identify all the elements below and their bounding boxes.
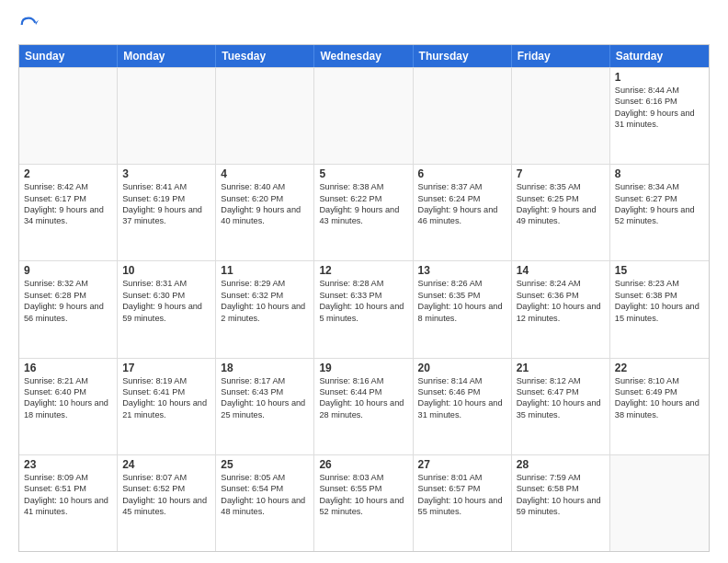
day-number: 2 bbox=[24, 167, 112, 180]
day-number: 19 bbox=[319, 362, 407, 374]
cal-cell bbox=[118, 68, 216, 164]
col-header-sunday: Sunday bbox=[19, 45, 118, 67]
cal-cell: 25Sunrise: 8:05 AM Sunset: 6:54 PM Dayli… bbox=[216, 455, 314, 551]
logo-icon bbox=[18, 15, 39, 35]
cal-cell: 20Sunrise: 8:14 AM Sunset: 6:46 PM Dayli… bbox=[414, 359, 512, 454]
cal-cell: 3Sunrise: 8:41 AM Sunset: 6:19 PM Daylig… bbox=[118, 165, 216, 260]
cal-cell bbox=[216, 68, 314, 164]
cell-info: Sunrise: 8:40 AM Sunset: 6:20 PM Dayligh… bbox=[221, 181, 309, 227]
cell-info: Sunrise: 8:28 AM Sunset: 6:33 PM Dayligh… bbox=[319, 278, 407, 324]
cell-info: Sunrise: 8:21 AM Sunset: 6:40 PM Dayligh… bbox=[24, 375, 112, 421]
cell-info: Sunrise: 8:07 AM Sunset: 6:52 PM Dayligh… bbox=[122, 472, 210, 518]
cell-info: Sunrise: 8:05 AM Sunset: 6:54 PM Dayligh… bbox=[221, 472, 309, 518]
cal-cell: 2Sunrise: 8:42 AM Sunset: 6:17 PM Daylig… bbox=[19, 165, 118, 260]
cell-info: Sunrise: 7:59 AM Sunset: 6:58 PM Dayligh… bbox=[517, 472, 605, 518]
cal-cell: 7Sunrise: 8:35 AM Sunset: 6:25 PM Daylig… bbox=[512, 165, 610, 260]
cell-info: Sunrise: 8:31 AM Sunset: 6:30 PM Dayligh… bbox=[122, 278, 210, 324]
cell-info: Sunrise: 8:41 AM Sunset: 6:19 PM Dayligh… bbox=[122, 181, 210, 227]
cell-info: Sunrise: 8:19 AM Sunset: 6:41 PM Dayligh… bbox=[122, 375, 210, 421]
day-number: 7 bbox=[517, 167, 605, 180]
day-number: 6 bbox=[418, 167, 506, 180]
cal-cell: 24Sunrise: 8:07 AM Sunset: 6:52 PM Dayli… bbox=[118, 455, 216, 551]
day-number: 28 bbox=[517, 458, 605, 471]
cell-info: Sunrise: 8:44 AM Sunset: 6:16 PM Dayligh… bbox=[615, 85, 704, 131]
cal-cell bbox=[314, 68, 413, 164]
col-header-wednesday: Wednesday bbox=[314, 45, 413, 67]
day-number: 26 bbox=[319, 458, 407, 471]
day-number: 27 bbox=[418, 458, 506, 471]
week-row-3: 9Sunrise: 8:32 AM Sunset: 6:28 PM Daylig… bbox=[19, 260, 709, 357]
week-row-2: 2Sunrise: 8:42 AM Sunset: 6:17 PM Daylig… bbox=[19, 164, 709, 260]
cal-cell: 13Sunrise: 8:26 AM Sunset: 6:35 PM Dayli… bbox=[414, 261, 512, 357]
cell-info: Sunrise: 8:35 AM Sunset: 6:25 PM Dayligh… bbox=[517, 181, 605, 227]
cal-cell: 12Sunrise: 8:28 AM Sunset: 6:33 PM Dayli… bbox=[314, 261, 413, 357]
cell-info: Sunrise: 8:03 AM Sunset: 6:55 PM Dayligh… bbox=[319, 472, 407, 518]
cal-cell: 26Sunrise: 8:03 AM Sunset: 6:55 PM Dayli… bbox=[314, 455, 413, 551]
day-number: 14 bbox=[517, 264, 605, 277]
cal-cell: 4Sunrise: 8:40 AM Sunset: 6:20 PM Daylig… bbox=[216, 165, 314, 260]
cal-cell bbox=[414, 68, 512, 164]
cal-cell: 14Sunrise: 8:24 AM Sunset: 6:36 PM Dayli… bbox=[512, 261, 610, 357]
cal-cell bbox=[610, 455, 709, 551]
calendar-body: 1Sunrise: 8:44 AM Sunset: 6:16 PM Daylig… bbox=[19, 67, 709, 551]
cell-info: Sunrise: 8:29 AM Sunset: 6:32 PM Dayligh… bbox=[221, 278, 309, 324]
day-number: 16 bbox=[24, 362, 112, 374]
cal-cell: 19Sunrise: 8:16 AM Sunset: 6:44 PM Dayli… bbox=[314, 359, 413, 454]
day-number: 12 bbox=[319, 264, 407, 277]
calendar: SundayMondayTuesdayWednesdayThursdayFrid… bbox=[18, 44, 710, 552]
cell-info: Sunrise: 8:23 AM Sunset: 6:38 PM Dayligh… bbox=[615, 278, 704, 324]
day-number: 11 bbox=[221, 264, 309, 277]
col-header-monday: Monday bbox=[118, 45, 216, 67]
cell-info: Sunrise: 8:14 AM Sunset: 6:46 PM Dayligh… bbox=[418, 375, 506, 421]
cell-info: Sunrise: 8:37 AM Sunset: 6:24 PM Dayligh… bbox=[418, 181, 506, 227]
cal-cell: 23Sunrise: 8:09 AM Sunset: 6:51 PM Dayli… bbox=[19, 455, 118, 551]
week-row-1: 1Sunrise: 8:44 AM Sunset: 6:16 PM Daylig… bbox=[19, 67, 709, 164]
cal-cell: 18Sunrise: 8:17 AM Sunset: 6:43 PM Dayli… bbox=[216, 359, 314, 454]
calendar-header: SundayMondayTuesdayWednesdayThursdayFrid… bbox=[19, 45, 709, 67]
page-header bbox=[18, 15, 710, 35]
calendar-page: SundayMondayTuesdayWednesdayThursdayFrid… bbox=[0, 0, 728, 563]
day-number: 3 bbox=[122, 167, 210, 180]
day-number: 1 bbox=[615, 71, 704, 84]
day-number: 18 bbox=[221, 362, 309, 374]
day-number: 4 bbox=[221, 167, 309, 180]
day-number: 24 bbox=[122, 458, 210, 471]
cal-cell: 5Sunrise: 8:38 AM Sunset: 6:22 PM Daylig… bbox=[314, 165, 413, 260]
day-number: 10 bbox=[122, 264, 210, 277]
cal-cell: 27Sunrise: 8:01 AM Sunset: 6:57 PM Dayli… bbox=[414, 455, 512, 551]
cal-cell: 1Sunrise: 8:44 AM Sunset: 6:16 PM Daylig… bbox=[610, 68, 709, 164]
cell-info: Sunrise: 8:42 AM Sunset: 6:17 PM Dayligh… bbox=[24, 181, 112, 227]
cal-cell: 9Sunrise: 8:32 AM Sunset: 6:28 PM Daylig… bbox=[19, 261, 118, 357]
cal-cell: 15Sunrise: 8:23 AM Sunset: 6:38 PM Dayli… bbox=[610, 261, 709, 357]
day-number: 5 bbox=[319, 167, 407, 180]
cell-info: Sunrise: 8:34 AM Sunset: 6:27 PM Dayligh… bbox=[615, 181, 704, 227]
cell-info: Sunrise: 8:10 AM Sunset: 6:49 PM Dayligh… bbox=[615, 375, 704, 421]
cell-info: Sunrise: 8:38 AM Sunset: 6:22 PM Dayligh… bbox=[319, 181, 407, 227]
day-number: 22 bbox=[615, 362, 704, 374]
day-number: 20 bbox=[418, 362, 506, 374]
cell-info: Sunrise: 8:32 AM Sunset: 6:28 PM Dayligh… bbox=[24, 278, 112, 324]
cell-info: Sunrise: 8:01 AM Sunset: 6:57 PM Dayligh… bbox=[418, 472, 506, 518]
col-header-saturday: Saturday bbox=[610, 45, 709, 67]
col-header-tuesday: Tuesday bbox=[216, 45, 314, 67]
cell-info: Sunrise: 8:09 AM Sunset: 6:51 PM Dayligh… bbox=[24, 472, 112, 518]
cal-cell: 11Sunrise: 8:29 AM Sunset: 6:32 PM Dayli… bbox=[216, 261, 314, 357]
cal-cell: 16Sunrise: 8:21 AM Sunset: 6:40 PM Dayli… bbox=[19, 359, 118, 454]
day-number: 23 bbox=[24, 458, 112, 471]
cal-cell: 6Sunrise: 8:37 AM Sunset: 6:24 PM Daylig… bbox=[414, 165, 512, 260]
cal-cell: 10Sunrise: 8:31 AM Sunset: 6:30 PM Dayli… bbox=[118, 261, 216, 357]
cal-cell bbox=[512, 68, 610, 164]
day-number: 13 bbox=[418, 264, 506, 277]
col-header-thursday: Thursday bbox=[414, 45, 512, 67]
cal-cell bbox=[19, 68, 118, 164]
day-number: 8 bbox=[615, 167, 704, 180]
cal-cell: 21Sunrise: 8:12 AM Sunset: 6:47 PM Dayli… bbox=[512, 359, 610, 454]
week-row-5: 23Sunrise: 8:09 AM Sunset: 6:51 PM Dayli… bbox=[19, 454, 709, 551]
cell-info: Sunrise: 8:26 AM Sunset: 6:35 PM Dayligh… bbox=[418, 278, 506, 324]
day-number: 9 bbox=[24, 264, 112, 277]
cal-cell: 17Sunrise: 8:19 AM Sunset: 6:41 PM Dayli… bbox=[118, 359, 216, 454]
cal-cell: 28Sunrise: 7:59 AM Sunset: 6:58 PM Dayli… bbox=[512, 455, 610, 551]
cal-cell: 22Sunrise: 8:10 AM Sunset: 6:49 PM Dayli… bbox=[610, 359, 709, 454]
day-number: 25 bbox=[221, 458, 309, 471]
cell-info: Sunrise: 8:17 AM Sunset: 6:43 PM Dayligh… bbox=[221, 375, 309, 421]
